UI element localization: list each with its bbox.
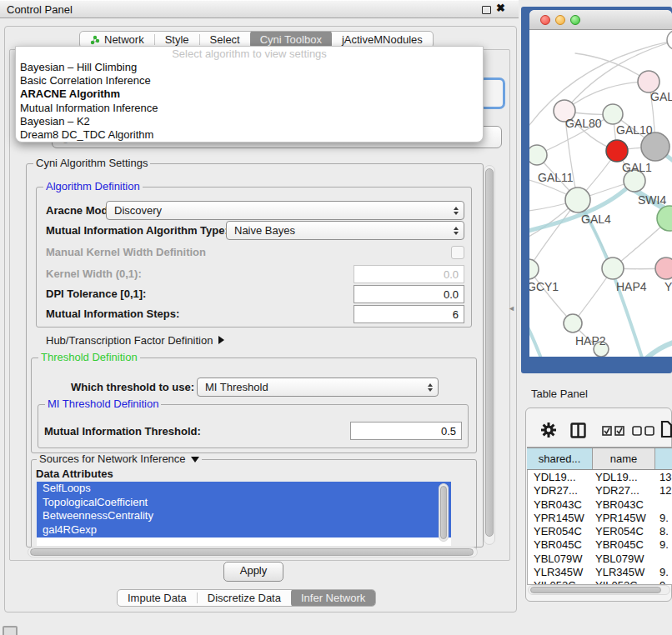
- table-row[interactable]: YER054CYER054C8.: [527, 525, 672, 538]
- table-cell: YDR27...: [593, 484, 655, 498]
- unchecked-columns-icon[interactable]: [632, 426, 655, 436]
- hub-tf-expander-label: Hub/Transcription Factor Definition: [46, 334, 213, 347]
- node-label-y: Y: [664, 280, 672, 293]
- node-red[interactable]: [606, 140, 628, 162]
- mi-steps-input[interactable]: [354, 305, 464, 323]
- tab-label: Infer Network: [301, 592, 365, 604]
- split-columns-icon[interactable]: [570, 422, 586, 438]
- close-panel-icon[interactable]: ✖: [496, 2, 505, 14]
- table-row[interactable]: YDL19...YDL19...13: [527, 471, 672, 484]
- table-cell: YBL079W: [527, 552, 593, 566]
- gear-icon[interactable]: [540, 422, 557, 438]
- sources-group-title[interactable]: Sources for Network Inference: [37, 453, 202, 465]
- data-attributes-list[interactable]: SelfLoopsTopologicalCoefficientBetweenne…: [37, 482, 451, 546]
- table-row[interactable]: YBR045CYBR045C9.: [527, 538, 672, 552]
- table-cell: YBR045C: [527, 538, 593, 552]
- close-traffic-light[interactable]: [540, 15, 550, 25]
- mi-algorithm-type-label: Mutual Information Algorithm Type:: [46, 224, 228, 237]
- attributes-list-scrollbar[interactable]: [439, 483, 449, 542]
- table-cell: YBR045C: [593, 538, 655, 552]
- network-view-window: GALGAL80GAL10GAL1GAL11SWI4GAL4GCY1HAP4YH…: [529, 10, 672, 357]
- aracne-mode-select[interactable]: Discovery: [106, 201, 464, 220]
- expander-collapsed-icon: [218, 336, 224, 344]
- node-gal11[interactable]: [529, 145, 547, 165]
- node-top-right[interactable]: [667, 30, 672, 50]
- network-edge[interactable]: [529, 315, 546, 357]
- algorithm-option[interactable]: Bayesian – K2: [16, 115, 483, 128]
- network-edge[interactable]: [644, 340, 672, 357]
- checked-columns-icon[interactable]: [602, 426, 625, 436]
- table-cell: 12: [655, 484, 672, 498]
- table-cell: YER054C: [593, 525, 655, 538]
- manual-kernel-width-checkbox[interactable]: [451, 246, 464, 259]
- node-gal10[interactable]: [603, 104, 623, 124]
- mi-algorithm-type-select[interactable]: Naive Bayes: [226, 221, 464, 240]
- attribute-item[interactable]: TopologicalCoefficient: [37, 496, 451, 510]
- threshold-definition-title: Threshold Definition: [38, 352, 140, 363]
- tab-label: Network: [104, 33, 144, 46]
- tab-infer-network[interactable]: Infer Network: [291, 589, 375, 607]
- network-edge[interactable]: [529, 269, 573, 323]
- network-window-titlebar[interactable]: [529, 10, 672, 30]
- node-gal4[interactable]: [565, 188, 590, 212]
- settings-vscrollbar[interactable]: [484, 165, 495, 545]
- hub-tf-expander[interactable]: Hub/Transcription Factor Definition: [46, 334, 224, 347]
- tab-label: Cyni Toolbox: [260, 33, 322, 46]
- node-label-gcy1: GCY1: [529, 280, 559, 293]
- column-header-name[interactable]: name: [593, 448, 655, 469]
- table-row[interactable]: YPR145WYPR145W9.: [527, 512, 672, 525]
- column-header-a[interactable]: A: [655, 448, 672, 469]
- table-row[interactable]: YIL052CYIL052C9: [527, 579, 672, 584]
- stepper-icon: [454, 227, 459, 235]
- algorithm-option[interactable]: Bayesian – Hill Climbing: [16, 61, 483, 74]
- node-label-gal10: GAL10: [616, 123, 653, 137]
- mi-threshold-definition-title: MI Threshold Definition: [45, 398, 161, 410]
- node-green-right[interactable]: [657, 206, 672, 231]
- minimized-panel-icon[interactable]: [3, 626, 18, 635]
- algorithm-option[interactable]: Dream8 DC_TDC Algorithm: [16, 128, 483, 142]
- tab-discretize-data[interactable]: Discretize Data: [198, 589, 291, 607]
- column-header-shared-[interactable]: shared...: [527, 448, 593, 469]
- node-pink-right[interactable]: [655, 258, 672, 279]
- apply-button[interactable]: Apply: [223, 562, 283, 582]
- node-hap2[interactable]: [564, 314, 582, 332]
- which-threshold-select[interactable]: MI Threshold: [197, 378, 439, 397]
- table-row[interactable]: YLR345WYLR345W9.: [527, 566, 672, 579]
- panel-collapse-arrow[interactable]: ◄: [508, 304, 515, 312]
- dpi-tolerance-input[interactable]: [354, 285, 464, 303]
- algorithm-option[interactable]: Mutual Information Inference: [16, 102, 483, 115]
- table-cell: YIL052C: [527, 579, 593, 584]
- attribute-item[interactable]: gal4RGexp: [37, 523, 451, 538]
- algorithm-option[interactable]: Basic Correlation Inference: [16, 74, 483, 88]
- document-icon[interactable]: [660, 420, 672, 438]
- mi-threshold-label: Mutual Information Threshold:: [44, 425, 201, 438]
- node-gcy1[interactable]: [529, 259, 539, 279]
- network-edge[interactable]: [575, 53, 649, 82]
- network-canvas[interactable]: GALGAL80GAL10GAL1GAL11SWI4GAL4GCY1HAP4YH…: [529, 30, 672, 357]
- algorithm-option[interactable]: ARACNE Algorithm: [16, 88, 483, 101]
- float-window-icon[interactable]: [482, 6, 491, 14]
- attribute-item[interactable]: BetweennessCentrality: [37, 509, 451, 523]
- table-hscrollbar[interactable]: [528, 585, 670, 595]
- mi-threshold-input[interactable]: [350, 422, 462, 440]
- algorithm-dropdown-placeholder: Select algorithm to view settings: [16, 47, 483, 61]
- settings-hscrollbar[interactable]: [28, 547, 478, 558]
- minimize-traffic-light[interactable]: [555, 15, 565, 25]
- table-body: YDL19...YDL19...13YDR27...YDR27...12YBR0…: [527, 471, 672, 584]
- table-row[interactable]: YBR043CYBR043C: [527, 498, 672, 512]
- table-cell: YER054C: [527, 525, 593, 538]
- node-label-gal11: GAL11: [538, 171, 574, 184]
- zoom-traffic-light[interactable]: [570, 15, 580, 25]
- table-cell: 9: [655, 579, 672, 584]
- kernel-width-label: Kernel Width (0,1):: [46, 268, 142, 280]
- table-row[interactable]: YBL079WYBL079W: [527, 552, 672, 566]
- table-row[interactable]: YDR27...YDR27...12: [527, 484, 672, 498]
- expander-expanded-icon: [191, 457, 199, 462]
- node-hap4[interactable]: [602, 258, 624, 279]
- attribute-item[interactable]: SelfLoops: [37, 482, 451, 496]
- tab-impute-data[interactable]: Impute Data: [118, 589, 197, 607]
- table-cell: [655, 552, 672, 566]
- kernel-width-input[interactable]: [354, 265, 464, 283]
- node-gray[interactable]: [641, 132, 669, 161]
- which-threshold-value: MI Threshold: [205, 381, 268, 393]
